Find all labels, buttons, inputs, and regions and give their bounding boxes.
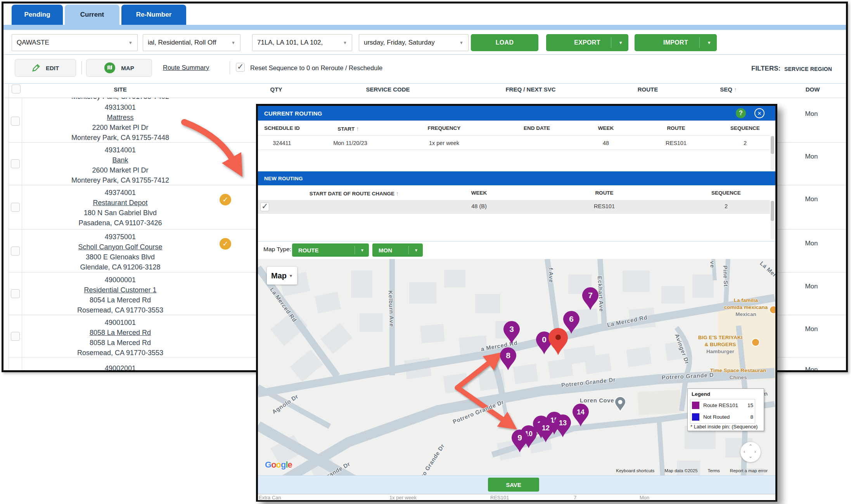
pan-up-icon[interactable]: ⌃ [749, 444, 752, 449]
site-addr1: 3800 E Glenoaks Blvd [35, 252, 206, 262]
export-button[interactable]: EXPORT ▼ [546, 34, 628, 51]
poi-dot-icon [769, 306, 775, 314]
line-of-business-dropdown[interactable]: ial, Residential, Roll Off ▼ [143, 34, 240, 51]
site-name-link[interactable]: Restaurant Depot [35, 198, 206, 208]
pan-left-icon[interactable]: ‹ [744, 449, 745, 454]
selected-site-pin[interactable] [548, 328, 565, 352]
dow-cell: Mon [792, 240, 831, 247]
row-checkbox[interactable] [11, 117, 20, 126]
help-icon[interactable]: ? [736, 108, 746, 118]
import-button[interactable]: IMPORT ▼ [635, 34, 717, 51]
pan-control[interactable]: ⌃ ⌄ ‹ › [740, 442, 761, 462]
division-dropdown[interactable]: QAWASTE ▼ [12, 34, 138, 51]
mcol-schedule-id[interactable]: SCHEDULE ID [264, 125, 300, 131]
load-button[interactable]: LOAD [471, 34, 538, 51]
save-button[interactable]: SAVE [488, 478, 539, 492]
street-label: Pine St [722, 265, 730, 287]
route-stop-pin-8[interactable]: 8 [500, 347, 517, 371]
legend-count: 15 [747, 402, 753, 408]
poi-label: BIG E'S TERIYAKI& BURGERSHamburger [698, 334, 743, 355]
attribution-link[interactable]: Keyboard shortcuts [616, 468, 654, 473]
ncol-week[interactable]: WEEK [471, 190, 487, 196]
col-header-seq[interactable]: SEQ ↑ [720, 86, 737, 93]
tab-current[interactable]: Current [65, 5, 119, 25]
site-id: 49001001 [35, 318, 206, 328]
mcol-end-date[interactable]: END DATE [524, 125, 550, 131]
new-routing-row[interactable]: 48 (B) RES101 2 [258, 200, 770, 213]
col-header-site[interactable]: SITE [114, 86, 126, 93]
site-addr1: 8054 La Merced Rd [35, 295, 206, 305]
svg-text:8: 8 [506, 351, 510, 360]
map-type-value: ROUTE [298, 247, 319, 254]
line-of-business-value: ial, Residential, Roll Off [148, 39, 216, 47]
divider [3, 54, 846, 55]
svg-text:0: 0 [542, 335, 547, 344]
ncol-route[interactable]: ROUTE [595, 190, 613, 196]
mcol-sequence[interactable]: SEQUENCE [730, 125, 760, 131]
route-map[interactable]: La Merced RdKelburn Avef AveEckhart AveP… [258, 259, 775, 475]
row-checkbox[interactable] [11, 203, 20, 212]
col-header-freq[interactable]: FREQ / NEXT SVC [505, 86, 555, 93]
site-id: 49375001 [35, 232, 206, 242]
attribution-link[interactable]: Terms [708, 468, 720, 473]
route-dropdown[interactable]: 71LA, LA 101, LA 102, ▼ [252, 34, 352, 51]
sort-asc-icon: ↑ [396, 190, 399, 197]
svg-text:13: 13 [559, 419, 567, 427]
dow-cell: Mon [792, 153, 831, 161]
map-type-dropdown[interactable]: ROUTE ▼ [292, 243, 369, 257]
col-header-qty[interactable]: QTY [270, 86, 282, 93]
route-stop-pin-12[interactable]: 12 [537, 419, 554, 444]
mcol-week[interactable]: WEEK [598, 125, 614, 131]
tab-re-number[interactable]: Re-Number [121, 5, 186, 25]
map-type-control[interactable]: Map ▼ [267, 267, 297, 285]
new-routing-checkbox[interactable] [260, 202, 269, 211]
row-checkbox[interactable] [11, 332, 20, 341]
chevron-down-icon[interactable]: ⌄ [763, 261, 768, 268]
route-stop-pin-14[interactable]: 14 [572, 404, 589, 428]
route-summary-link[interactable]: Route Summary [163, 64, 209, 71]
route-stop-pin-9[interactable]: 9 [511, 430, 528, 454]
underlay-text: Extra Can [259, 495, 281, 500]
col-header-service-code[interactable]: SERVICE CODE [366, 86, 410, 93]
site-addr1: 8058 La Merced Rd [35, 338, 206, 348]
route-stop-pin-7[interactable]: 7 [582, 287, 599, 311]
site-name-link[interactable]: Scholl Canyon Golf Course [35, 242, 206, 252]
site-name-link[interactable]: Residential Customer 1 [35, 285, 206, 295]
row-checkbox[interactable] [11, 247, 20, 255]
underlay-text: 7 [574, 495, 576, 500]
scrollbar[interactable] [771, 136, 774, 170]
edit-button[interactable]: EDIT [15, 59, 76, 77]
route-stop-pin-13[interactable]: 13 [554, 414, 571, 438]
pan-right-icon[interactable]: › [754, 449, 756, 454]
attribution-link[interactable]: Report a map error [730, 468, 768, 473]
scrollbar[interactable] [771, 201, 774, 240]
map-button[interactable]: MAP [86, 59, 152, 77]
close-icon[interactable]: ✕ [754, 108, 765, 118]
sort-asc-icon: ↑ [734, 86, 737, 93]
street-label: f Ave [548, 268, 555, 283]
site-cell: 49374001Restaurant Depot180 N San Gabrie… [35, 188, 206, 228]
select-all-checkbox[interactable] [12, 85, 21, 93]
col-header-dow[interactable]: DOW [806, 86, 820, 93]
tab-pending[interactable]: Pending [12, 5, 63, 25]
row-checkbox[interactable] [11, 159, 20, 168]
days-dropdown-value: ursday, Friday, Saturday [364, 39, 435, 47]
col-header-route[interactable]: ROUTE [638, 86, 658, 93]
mcol-start[interactable]: START ↑ [337, 125, 359, 132]
underlay-text: RES101 [490, 495, 509, 500]
route-stop-pin-3[interactable]: 3 [503, 321, 520, 345]
divider [258, 241, 775, 242]
mcol-frequency[interactable]: FREQUENCY [428, 125, 461, 131]
row-checkbox[interactable] [11, 289, 20, 298]
reset-sequence-checkbox[interactable] [236, 63, 245, 72]
attribution-link[interactable]: Map data ©2025 [664, 468, 697, 473]
pan-down-icon[interactable]: ⌄ [749, 454, 752, 459]
site-name-link[interactable]: 8058 La Merced Rd [35, 328, 206, 338]
mcol-route[interactable]: ROUTE [667, 125, 685, 131]
map-type-label: Map Type: [263, 246, 291, 253]
partial-row-id: 49002001 [35, 364, 206, 370]
days-dropdown[interactable]: ursday, Friday, Saturday ▼ [359, 34, 469, 51]
day-dropdown[interactable]: MON ▼ [372, 243, 423, 257]
ncol-start-date[interactable]: START DATE OF ROUTE CHANGE ↑ [310, 190, 399, 197]
ncol-sequence[interactable]: SEQUENCE [711, 190, 741, 196]
